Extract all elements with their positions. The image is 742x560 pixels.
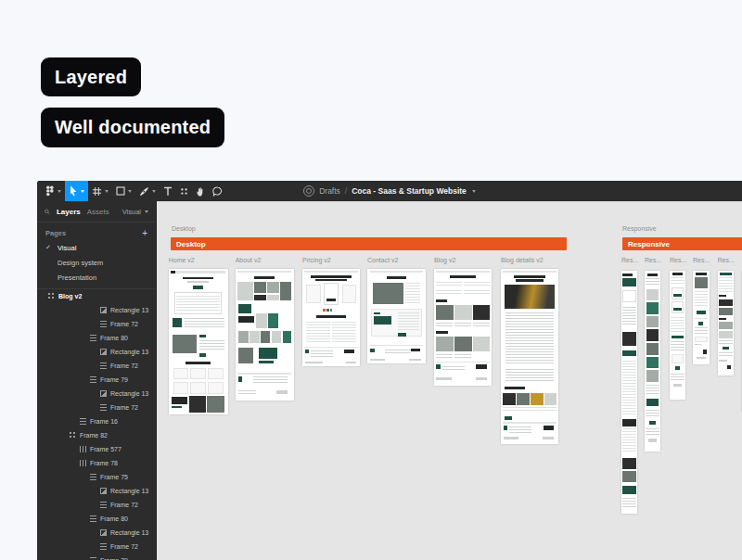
layer-row[interactable]: Frame 72 — [37, 401, 156, 414]
thumb-block — [405, 283, 420, 303]
thumb-block — [237, 271, 291, 273]
layer-row[interactable]: Frame 80 — [37, 331, 156, 345]
layer-auto-rows-icon — [100, 363, 107, 369]
frame-label-responsive[interactable]: Res... — [718, 257, 740, 265]
layer-row[interactable]: Frame 72 — [37, 498, 156, 512]
page-view-dropdown[interactable]: Visual — [122, 208, 148, 216]
frame-label-responsive[interactable]: Res... — [621, 257, 643, 265]
frame-thumbnail-responsive-4[interactable] — [718, 271, 735, 375]
move-tool[interactable] — [65, 181, 88, 201]
frame-label-responsive[interactable]: Res... — [693, 257, 715, 265]
thumb-block — [514, 275, 546, 278]
layer-row[interactable]: Frame 577 — [37, 442, 156, 456]
layer-row[interactable]: Blog v2 — [37, 289, 156, 303]
frame-thumbnail-responsive-3[interactable] — [693, 271, 710, 364]
thumb-block — [622, 307, 635, 326]
thumb-block — [727, 365, 731, 370]
page-row-design-system[interactable]: Design system — [37, 255, 156, 270]
breadcrumb-project[interactable]: Drafts — [319, 186, 340, 196]
layer-row[interactable]: Frame 16 — [37, 414, 156, 428]
pages-label: Pages — [45, 229, 142, 237]
layer-row[interactable]: Rectangle 13 — [37, 345, 156, 359]
frame-thumbnail-home-v2[interactable] — [169, 269, 228, 414]
section-label-desktop[interactable]: Desktop — [172, 225, 196, 232]
frame-label-desktop[interactable]: Contact v2 — [367, 257, 431, 265]
frame-label-responsive[interactable]: Res... — [645, 257, 666, 265]
layer-name: Frame 577 — [90, 446, 122, 452]
tab-assets[interactable]: Assets — [87, 208, 109, 216]
search-icon[interactable] — [45, 208, 50, 216]
thumb-block — [622, 428, 635, 452]
layer-row[interactable]: Frame 79 — [37, 373, 156, 387]
thumb-block — [280, 282, 291, 300]
thumb-block — [199, 353, 206, 356]
main-menu[interactable] — [42, 181, 65, 201]
frame-label-desktop[interactable]: Blog details v2 — [501, 257, 564, 265]
frame-label-desktop[interactable]: Home v2 — [169, 257, 234, 265]
layer-row[interactable]: Frame 72 — [37, 540, 156, 554]
layer-image-icon — [100, 349, 107, 355]
frame-thumbnail-pricing-v2[interactable] — [302, 269, 360, 366]
layer-row[interactable]: Frame 79 — [37, 554, 156, 560]
pen-tool[interactable] — [135, 181, 160, 201]
drafts-avatar-icon — [303, 185, 314, 197]
frame-thumbnail-responsive-0[interactable] — [621, 271, 637, 514]
plus-icon[interactable]: + — [142, 229, 147, 238]
frame-tool[interactable] — [88, 181, 112, 201]
layer-row[interactable]: Rectangle 13 — [37, 303, 156, 317]
layer-row[interactable]: Frame 75 — [37, 470, 156, 484]
file-name[interactable]: Coca - Saas & Startup Website — [352, 186, 467, 196]
text-tool[interactable] — [160, 181, 176, 201]
thumb-block — [249, 331, 260, 343]
layer-row[interactable]: Rectangle 13 — [37, 484, 156, 498]
hand-tool[interactable] — [192, 181, 209, 201]
thumb-block — [411, 349, 420, 352]
thumb-block — [324, 283, 339, 305]
thumb-block — [719, 322, 733, 329]
thumb-block — [173, 335, 198, 353]
layer-row[interactable]: Frame 78 — [37, 456, 156, 470]
section-label-responsive[interactable]: Responsive — [622, 225, 657, 232]
thumb-block — [646, 410, 659, 417]
section-banner-responsive[interactable]: Responsive — [622, 237, 742, 250]
thumb-block — [183, 277, 213, 280]
layer-row[interactable]: Frame 80 — [37, 512, 156, 526]
text-icon — [163, 186, 173, 196]
frame-label-desktop[interactable]: Blog v2 — [434, 257, 497, 265]
shape-tool[interactable] — [112, 181, 135, 201]
page-row-presentation[interactable]: Presentation — [37, 270, 156, 285]
thumb-block — [622, 486, 635, 494]
tab-layers[interactable]: Layers — [57, 208, 81, 216]
thumb-block — [647, 274, 658, 276]
page-row-visual[interactable]: ✓Visual — [37, 240, 156, 255]
thumb-block — [238, 304, 250, 313]
layer-row[interactable]: Rectangle 13 — [37, 526, 156, 540]
frame-thumbnail-about-v2[interactable] — [236, 269, 294, 401]
section-banner-desktop[interactable]: Desktop — [171, 237, 567, 250]
layer-row[interactable]: Frame 82 — [37, 428, 156, 442]
thumb-block — [385, 350, 411, 355]
chevron-down-icon — [145, 210, 148, 213]
thumb-block — [646, 343, 659, 355]
frame-thumbnail-responsive-1[interactable] — [645, 271, 660, 452]
layer-image-icon — [100, 307, 107, 313]
thumb-block — [504, 426, 507, 430]
frame-thumbnail-contact-v2[interactable] — [367, 269, 426, 363]
comment-tool[interactable] — [209, 181, 226, 201]
thumb-block — [199, 340, 224, 350]
layers-list: Blog v2Rectangle 13Frame 72Frame 80Recta… — [37, 289, 156, 560]
square-icon — [116, 186, 125, 196]
layer-row[interactable]: Rectangle 13 — [37, 387, 156, 401]
frame-thumbnail-blog-v2[interactable] — [434, 269, 492, 386]
frame-label-desktop[interactable]: About v2 — [236, 257, 300, 265]
frame-thumbnail-responsive-2[interactable] — [670, 271, 685, 400]
frame-label-desktop[interactable]: Pricing v2 — [302, 257, 365, 265]
thumb-block — [256, 313, 266, 328]
frame-label-responsive[interactable]: Res... — [670, 257, 691, 265]
chevron-down-icon[interactable] — [472, 190, 476, 193]
layer-row[interactable]: Frame 72 — [37, 359, 156, 373]
frame-thumbnail-blog-details-v2[interactable] — [501, 269, 558, 444]
layer-row[interactable]: Frame 72 — [37, 317, 156, 331]
resources-tool[interactable] — [176, 181, 192, 201]
thumb-block — [305, 350, 309, 353]
